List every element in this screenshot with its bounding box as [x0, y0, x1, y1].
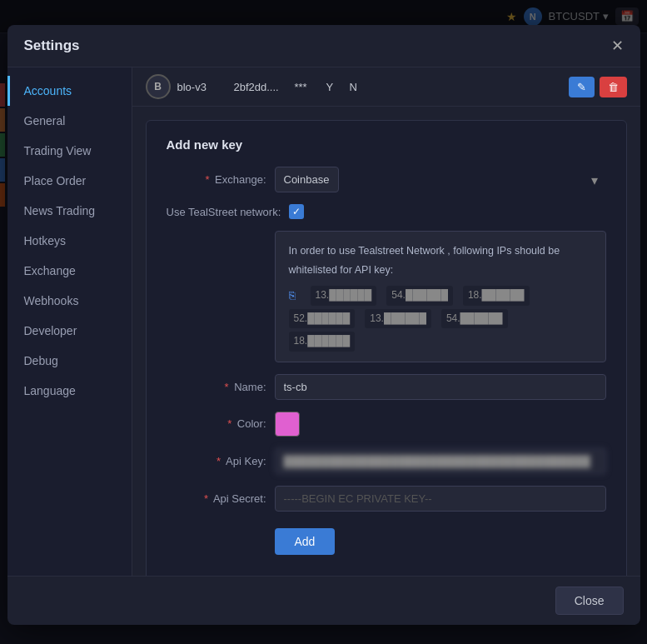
color-swatch[interactable] — [275, 412, 300, 437]
sidebar-item-news-trading[interactable]: News Trading — [7, 196, 132, 226]
modal-body: Accounts General Trading View Place Orde… — [7, 67, 640, 576]
color-label: * Color: — [167, 417, 266, 430]
api-secret-input[interactable] — [275, 486, 606, 512]
api-key-input[interactable]: ████████████████████████████████████████ — [275, 448, 606, 474]
account-n: N — [350, 81, 366, 93]
account-avatar: B — [146, 74, 171, 99]
ip-info-row: In order to use Tealstreet Network , fol… — [167, 231, 606, 362]
api-key-row: * Api Key: █████████████████████████████… — [167, 448, 606, 474]
sidebar-item-hotkeys[interactable]: Hotkeys — [7, 226, 132, 256]
main-content: B blo-v3 2bf2dd.... *** Y N ✎ 🗑 Add new … — [132, 67, 640, 576]
exchange-row: * Exchange: Coinbase Binance Kraken — [167, 167, 606, 192]
ip-list-3: 18.██████ — [289, 332, 592, 352]
add-button[interactable]: Add — [275, 528, 336, 555]
ip-info-box: In order to use Tealstreet Network , fol… — [275, 231, 606, 362]
sidebar-item-trading-view[interactable]: Trading View — [7, 136, 132, 166]
close-modal-button[interactable]: Close — [555, 587, 624, 615]
ip-6: 54.██████ — [441, 309, 508, 329]
api-secret-row: * Api Secret: — [167, 486, 606, 512]
account-hash: 2bf2dd.... — [234, 81, 288, 93]
modal-footer: Close — [7, 576, 640, 625]
name-row: * Name: — [167, 374, 606, 400]
copy-icon[interactable]: ⎘ — [289, 286, 296, 306]
modal-header: Settings ✕ — [7, 25, 640, 67]
exchange-label: * Exchange: — [167, 173, 266, 186]
network-label: Use TealStreet network: — [167, 206, 281, 218]
account-stars: *** — [295, 81, 320, 93]
sidebar-item-language[interactable]: Language — [7, 376, 132, 406]
modal-close-button[interactable]: ✕ — [611, 37, 624, 55]
sidebar: Accounts General Trading View Place Orde… — [7, 67, 132, 576]
exchange-select[interactable]: Coinbase Binance Kraken — [275, 167, 339, 192]
sidebar-item-debug[interactable]: Debug — [7, 346, 132, 376]
network-checkbox[interactable] — [289, 204, 304, 219]
api-secret-label: * Api Secret: — [167, 492, 266, 505]
ip-info-text: In order to use Tealstreet Network , fol… — [289, 242, 592, 279]
modal-title: Settings — [24, 37, 80, 54]
ip-1: 13.██████ — [311, 286, 377, 306]
form-title: Add new key — [167, 137, 606, 152]
ip-4: 52.██████ — [289, 309, 356, 329]
sidebar-item-developer[interactable]: Developer — [7, 316, 132, 346]
edit-account-button[interactable]: ✎ — [569, 77, 595, 97]
account-row: B blo-v3 2bf2dd.... *** Y N ✎ 🗑 — [132, 67, 640, 107]
settings-modal: Settings ✕ Accounts General Trading View… — [7, 25, 640, 625]
ip-list: ⎘ 13.██████ 54.██████ 18.██████ — [289, 286, 592, 306]
sidebar-item-webhooks[interactable]: Webhooks — [7, 286, 132, 316]
sidebar-item-accounts[interactable]: Accounts — [7, 76, 132, 106]
account-actions: ✎ 🗑 — [569, 77, 627, 97]
ip-7: 18.██████ — [289, 332, 356, 352]
exchange-select-wrapper: Coinbase Binance Kraken — [275, 167, 606, 192]
add-new-key-form: Add new key * Exchange: Coinbase Binance… — [146, 120, 627, 576]
delete-account-button[interactable]: 🗑 — [600, 77, 627, 97]
ip-5: 13.██████ — [365, 309, 431, 329]
modal-overlay: Settings ✕ Accounts General Trading View… — [0, 0, 647, 644]
sidebar-item-general[interactable]: General — [7, 106, 132, 136]
ip-list-2: 52.██████ 13.██████ 54.██████ — [289, 309, 592, 329]
ip-3: 18.██████ — [463, 286, 530, 306]
account-y: Y — [326, 81, 343, 93]
sidebar-item-exchange[interactable]: Exchange — [7, 256, 132, 286]
api-key-label: * Api Key: — [167, 455, 266, 467]
add-button-row: Add — [167, 523, 606, 555]
name-label: * Name: — [167, 381, 266, 393]
account-name: blo-v3 — [177, 81, 227, 93]
color-row: * Color: — [167, 412, 606, 437]
network-checkbox-wrapper — [289, 204, 304, 219]
sidebar-item-place-order[interactable]: Place Order — [7, 166, 132, 196]
ip-2: 54.██████ — [386, 286, 453, 306]
network-row: Use TealStreet network: — [167, 204, 606, 219]
name-input[interactable] — [275, 374, 606, 400]
